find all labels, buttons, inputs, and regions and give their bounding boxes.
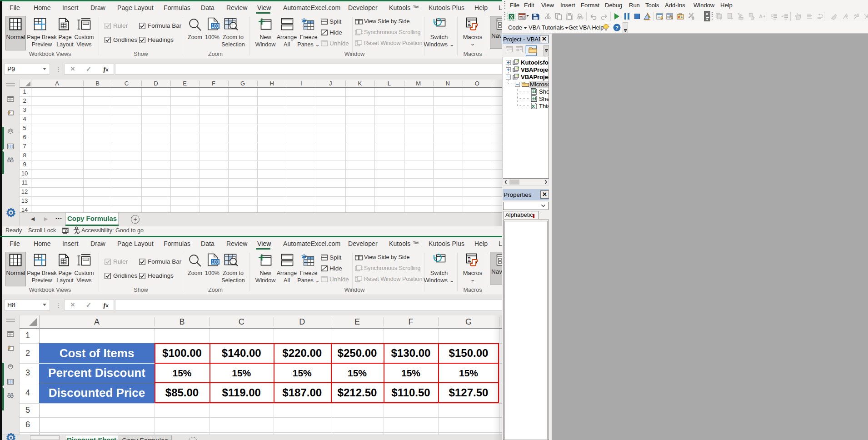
svg-text:?: ? xyxy=(615,25,619,30)
svg-text:100: 100 xyxy=(211,24,219,29)
svg-text:A: A xyxy=(759,14,763,19)
svg-text:X: X xyxy=(510,15,513,20)
svg-text:100: 100 xyxy=(211,260,219,265)
